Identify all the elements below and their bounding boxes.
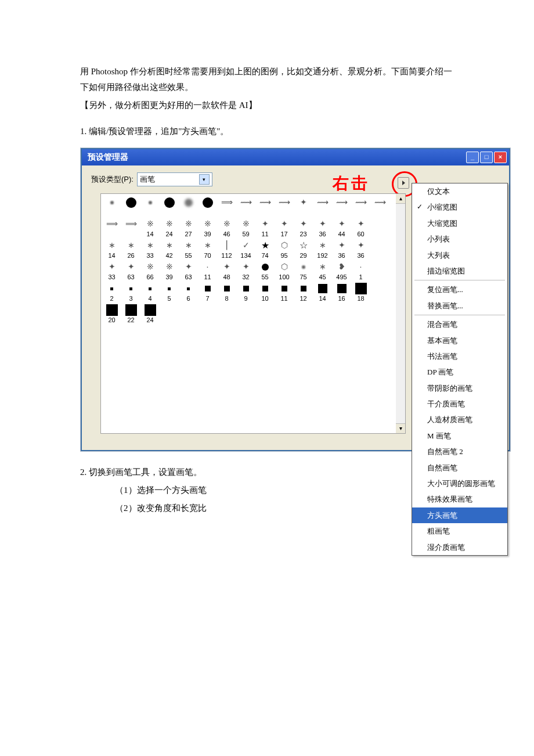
menu-item[interactable]: ✓小缩览图 <box>412 199 507 215</box>
menu-item[interactable]: 描边缩览图 <box>412 263 507 279</box>
brush-preset[interactable]: 24 <box>140 303 160 324</box>
brush-preset[interactable]: ∗14 <box>102 238 121 260</box>
scroll-up-icon[interactable]: ▴ <box>396 194 405 204</box>
brush-preset[interactable]: ✦63 <box>179 260 198 281</box>
brush-preset[interactable]: ∗45 <box>313 260 332 281</box>
brush-preset[interactable]: ✦32 <box>236 260 255 281</box>
brush-preset[interactable]: ✦ <box>294 195 313 217</box>
brush-preset[interactable]: ※66 <box>140 260 160 281</box>
brush-preset[interactable]: ∗33 <box>140 238 160 260</box>
menu-item[interactable]: 复位画笔... <box>412 282 507 297</box>
close-button[interactable]: × <box>494 152 507 163</box>
brush-preset[interactable]: ⬡95 <box>275 238 294 260</box>
menu-item[interactable]: 人造材质画笔 <box>412 412 507 427</box>
brush-preset[interactable]: ⟿ <box>332 195 351 217</box>
menu-item[interactable]: M 画笔 <box>412 428 507 444</box>
brush-preset[interactable]: ✦23 <box>294 217 313 238</box>
scroll-down-icon[interactable]: ▾ <box>396 423 405 433</box>
brush-preset[interactable]: 2 <box>102 281 121 303</box>
brush-preset[interactable] <box>370 260 389 281</box>
menu-item[interactable]: 大小可调的圆形画笔 <box>412 476 507 491</box>
brush-preset[interactable]: 14 <box>313 281 332 303</box>
flyout-menu-button[interactable] <box>398 177 409 189</box>
brush-preset[interactable]: 75 <box>294 260 313 281</box>
brush-preset[interactable]: ⟿ <box>313 195 332 217</box>
brush-preset[interactable]: ✦36 <box>313 217 332 238</box>
preset-type-select[interactable]: 画笔 ▾ <box>137 172 212 186</box>
brush-preset[interactable]: ⎮112 <box>217 238 236 260</box>
brush-preset[interactable]: ✦17 <box>275 217 294 238</box>
menu-item[interactable]: 大列表 <box>412 247 507 263</box>
brush-preset[interactable]: ∗192 <box>313 238 332 260</box>
brush-preset[interactable]: ·11 <box>198 260 217 281</box>
brush-preset[interactable]: 22 <box>121 303 140 324</box>
brush-preset[interactable]: ※59 <box>236 217 255 238</box>
brush-preset[interactable]: ❥495 <box>332 260 351 281</box>
menu-item[interactable]: 干介质画笔 <box>412 396 507 412</box>
brush-preset[interactable]: ⟹ <box>102 217 121 238</box>
brush-preset[interactable]: 18 <box>351 281 370 303</box>
brush-preset[interactable]: ✦48 <box>217 260 236 281</box>
brush-preset[interactable] <box>198 195 217 217</box>
brush-preset[interactable]: ⟿ <box>236 195 255 217</box>
menu-item[interactable]: 自然画笔 <box>412 460 507 476</box>
menu-item[interactable]: 书法画笔 <box>412 348 507 364</box>
brush-preset[interactable]: ✦60 <box>351 217 370 238</box>
menu-item[interactable]: 特殊效果画笔 <box>412 491 507 507</box>
brush-preset[interactable]: 4 <box>140 281 160 303</box>
menu-item[interactable]: 方头画笔 <box>412 507 507 523</box>
brush-preset[interactable]: 16 <box>332 281 351 303</box>
brush-preset[interactable]: ※14 <box>140 217 160 238</box>
menu-item[interactable]: 大缩览图 <box>412 215 507 231</box>
brush-preset[interactable]: ∗70 <box>198 238 217 260</box>
brush-preset[interactable]: 5 <box>160 281 179 303</box>
brush-preset[interactable]: ※24 <box>160 217 179 238</box>
brush-preset[interactable]: 7 <box>198 281 217 303</box>
brush-preset[interactable]: ✦63 <box>121 260 140 281</box>
menu-item[interactable]: 带阴影的画笔 <box>412 380 507 396</box>
brush-preset[interactable] <box>370 217 389 238</box>
brush-preset[interactable]: 11 <box>275 281 294 303</box>
brush-preset[interactable]: 12 <box>294 281 313 303</box>
brush-preset[interactable]: ⟹ <box>121 217 140 238</box>
brush-preset[interactable] <box>160 195 179 217</box>
brush-preset[interactable]: ☆29 <box>294 238 313 260</box>
brush-preset[interactable]: 6 <box>179 281 198 303</box>
brush-preset[interactable]: ※46 <box>217 217 236 238</box>
brush-preset[interactable]: ★74 <box>255 238 275 260</box>
brush-preset[interactable]: 20 <box>102 303 121 324</box>
brush-preset[interactable]: ⬡100 <box>275 260 294 281</box>
brush-preset[interactable]: ✓134 <box>236 238 255 260</box>
brush-preset[interactable]: 10 <box>255 281 275 303</box>
brush-preset[interactable]: ⟿ <box>255 195 275 217</box>
brush-preset[interactable]: ⟿ <box>370 195 389 217</box>
brush-preset[interactable] <box>370 281 389 303</box>
brush-preset[interactable]: ∗42 <box>160 238 179 260</box>
brush-preset[interactable]: ※39 <box>198 217 217 238</box>
menu-item[interactable]: 粗画笔 <box>412 523 507 539</box>
brush-preset[interactable]: ⟿ <box>275 195 294 217</box>
brush-preset[interactable]: ✦11 <box>255 217 275 238</box>
menu-item[interactable]: 基本画笔 <box>412 333 507 348</box>
brush-preset[interactable]: ∗26 <box>121 238 140 260</box>
brush-preset[interactable]: ·1 <box>351 260 370 281</box>
brush-preset[interactable]: 55 <box>255 260 275 281</box>
menu-item[interactable]: 自然画笔 2 <box>412 444 507 459</box>
brush-preset[interactable]: 8 <box>217 281 236 303</box>
brush-preset[interactable] <box>370 238 389 260</box>
brush-preset[interactable]: ⟹ <box>217 195 236 217</box>
brush-preset[interactable] <box>179 195 198 217</box>
scrollbar[interactable]: ▴ ▾ <box>396 194 405 433</box>
brush-preset[interactable]: ✦33 <box>102 260 121 281</box>
minimize-button[interactable]: _ <box>466 152 479 163</box>
brush-preset[interactable]: 3 <box>121 281 140 303</box>
flyout-menu[interactable]: 仅文本✓小缩览图大缩览图小列表大列表描边缩览图复位画笔...替换画笔...混合画… <box>412 183 508 556</box>
menu-item[interactable]: 混合画笔 <box>412 316 507 332</box>
brush-preset[interactable] <box>121 195 140 217</box>
menu-item[interactable]: DP 画笔 <box>412 364 507 380</box>
maximize-button[interactable]: □ <box>480 152 493 163</box>
brush-preset[interactable]: ✦36 <box>351 238 370 260</box>
brush-preset[interactable] <box>140 195 160 217</box>
brush-preset[interactable]: ※39 <box>160 260 179 281</box>
brush-preset[interactable] <box>102 195 121 217</box>
